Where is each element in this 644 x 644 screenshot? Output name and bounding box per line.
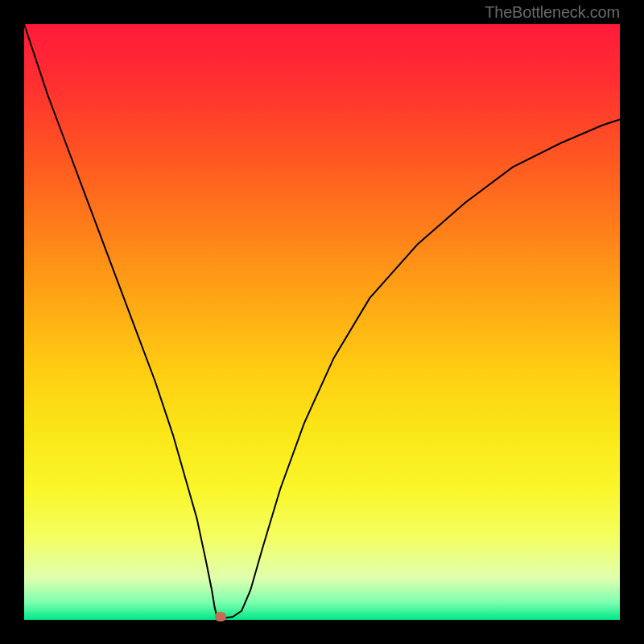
bottleneck-curve <box>24 24 620 620</box>
plot-area <box>24 24 620 620</box>
optimum-marker <box>215 612 226 621</box>
source-attribution: TheBottleneck.com <box>485 3 620 22</box>
curve-svg <box>24 24 620 620</box>
chart-frame: TheBottleneck.com <box>0 0 644 644</box>
